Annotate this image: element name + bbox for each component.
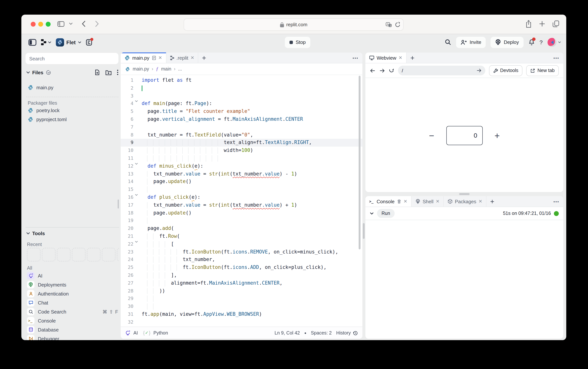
- code-line[interactable]: 6 page.vertical_alignment = ft.MainAxisA…: [121, 115, 362, 123]
- close-icon[interactable]: ✕: [403, 199, 407, 204]
- line-number[interactable]: 15: [121, 186, 133, 194]
- run-badge[interactable]: Run: [377, 209, 395, 218]
- line-number[interactable]: 12: [121, 162, 133, 170]
- open-new-tab-button[interactable]: New tab: [526, 65, 559, 76]
- line-number[interactable]: 23: [121, 248, 133, 256]
- fold-chevron-icon[interactable]: [135, 241, 138, 243]
- back-icon[interactable]: [82, 20, 86, 27]
- code-line[interactable]: 4def main(page: ft.Page):: [121, 100, 362, 108]
- console-tab-console[interactable]: >_ Console✕: [365, 196, 411, 207]
- tools-section-header[interactable]: Tools: [26, 231, 45, 236]
- webview-back-icon[interactable]: [370, 68, 376, 73]
- line-number[interactable]: 14: [121, 178, 133, 186]
- code-line[interactable]: 11: [121, 154, 362, 162]
- browser-sidebar-toggle-icon[interactable]: [57, 21, 64, 27]
- forward-icon[interactable]: [95, 20, 99, 27]
- code-line[interactable]: 1import flet as ft: [121, 76, 362, 84]
- line-number[interactable]: 10: [121, 147, 133, 154]
- close-window-button[interactable]: [31, 22, 36, 27]
- stop-button[interactable]: Stop: [285, 37, 310, 48]
- close-icon[interactable]: ✕: [399, 55, 402, 60]
- line-number[interactable]: 13: [121, 170, 133, 178]
- close-icon[interactable]: ✕: [190, 55, 194, 60]
- line-number[interactable]: 18: [121, 209, 133, 217]
- new-console-tab-button[interactable]: [487, 196, 498, 207]
- code-line[interactable]: 23 ft.IconButton(ft.icons.REMOVE, on_cli…: [121, 248, 362, 256]
- fold-chevron-icon[interactable]: [135, 163, 138, 165]
- invite-button[interactable]: Invite: [456, 37, 486, 48]
- go-arrow-icon[interactable]: [476, 68, 481, 73]
- line-number[interactable]: 27: [121, 279, 133, 287]
- file-item[interactable]: pyproject.toml: [28, 115, 119, 124]
- new-folder-icon[interactable]: [105, 70, 112, 75]
- address-bar[interactable]: replit.com A文: [184, 18, 404, 31]
- webview-reload-icon[interactable]: [389, 68, 394, 73]
- line-number[interactable]: 25: [121, 264, 133, 271]
- files-menu-kebab-icon[interactable]: [117, 69, 119, 75]
- share-icon[interactable]: [525, 20, 532, 28]
- fold-chevron-icon[interactable]: [135, 100, 138, 102]
- sidebar-item-ai[interactable]: AI: [27, 271, 119, 280]
- code-line[interactable]: 17 txt_number.value = str(int(txt_number…: [121, 201, 362, 209]
- line-number[interactable]: 26: [121, 271, 133, 279]
- line-number[interactable]: 16: [121, 194, 133, 201]
- code-line[interactable]: 7: [121, 123, 362, 131]
- editor-tab-options-icon[interactable]: ⋯: [352, 52, 359, 63]
- code-line[interactable]: 24 txt_number,: [121, 256, 362, 264]
- line-number[interactable]: 20: [121, 225, 133, 233]
- new-editor-tab-button[interactable]: [199, 52, 210, 63]
- notifications-bell-icon[interactable]: [528, 39, 535, 46]
- code-line-active[interactable]: 9 text_align=ft.TextAlign.RIGHT,: [121, 139, 362, 147]
- sidebar-item-chat[interactable]: Chat: [27, 298, 119, 307]
- code-line[interactable]: 19: [121, 217, 362, 225]
- counter-textfield[interactable]: 0: [446, 126, 482, 145]
- code-line[interactable]: 15: [121, 186, 362, 194]
- status-ai-label[interactable]: AI: [133, 330, 138, 335]
- line-number[interactable]: 2: [121, 84, 133, 92]
- sidebar-item-authentication[interactable]: Authentication: [27, 289, 119, 298]
- code-line[interactable]: 32: [121, 318, 362, 326]
- breadcrumb[interactable]: main.py › ƒ main › ...: [121, 63, 362, 75]
- horizontal-resize-handle[interactable]: [363, 223, 365, 239]
- code-line[interactable]: 27 alignment=ft.MainAxisAlignment.CENTER…: [121, 279, 362, 287]
- close-icon[interactable]: ✕: [158, 55, 162, 60]
- code-line[interactable]: 5 page.title = "Flet counter example": [121, 108, 362, 115]
- trash-icon[interactable]: [397, 199, 401, 204]
- line-number[interactable]: 8: [121, 131, 133, 139]
- chevron-down-icon[interactable]: [370, 212, 374, 215]
- sidebar-item-debugger[interactable]: Debugger: [27, 334, 119, 340]
- indent-setting[interactable]: Spaces: 2: [311, 330, 332, 335]
- line-number[interactable]: 4: [121, 100, 133, 108]
- code-line[interactable]: 20 page.add(: [121, 225, 362, 233]
- code-line[interactable]: 13 txt_number.value = str(int(txt_number…: [121, 170, 362, 178]
- code-line[interactable]: 3: [121, 92, 362, 100]
- line-number[interactable]: 22: [121, 240, 133, 248]
- code-area[interactable]: 1import flet as ft234def main(page: ft.P…: [121, 75, 362, 328]
- line-number[interactable]: 28: [121, 287, 133, 295]
- file-item[interactable]: main.py: [28, 83, 119, 92]
- sidebar-item-console[interactable]: >_ Console: [27, 316, 119, 325]
- reload-icon[interactable]: [395, 22, 400, 27]
- file-item[interactable]: poetry.lock: [28, 106, 119, 115]
- line-number[interactable]: 5: [121, 108, 133, 115]
- console-tab-packages[interactable]: Packages✕: [444, 196, 487, 207]
- sidebar-item-database[interactable]: Database: [27, 325, 119, 334]
- code-line[interactable]: 16 def plus_click(e):: [121, 194, 362, 201]
- line-number[interactable]: 17: [121, 201, 133, 209]
- search-input[interactable]: Search: [25, 53, 119, 64]
- tab-overview-icon[interactable]: [552, 20, 559, 27]
- help-button[interactable]: ?: [539, 39, 543, 45]
- status-language[interactable]: Python: [153, 330, 168, 335]
- new-webview-tab-button[interactable]: [406, 52, 418, 63]
- close-icon[interactable]: ✕: [436, 199, 439, 204]
- webview-forward-icon[interactable]: [379, 68, 385, 73]
- line-number[interactable]: 29: [121, 295, 133, 303]
- line-number[interactable]: 19: [121, 217, 133, 225]
- code-line[interactable]: 25 ft.IconButton(ft.icons.ADD, on_click=…: [121, 264, 362, 271]
- new-file-icon[interactable]: [94, 69, 100, 75]
- line-number[interactable]: 30: [121, 303, 133, 310]
- minimize-window-button[interactable]: [38, 22, 43, 27]
- deploy-button[interactable]: Deploy: [490, 37, 523, 48]
- editor-tab-main.py[interactable]: main.py✕: [121, 52, 166, 63]
- console-tab-shell[interactable]: Shell✕: [411, 196, 444, 207]
